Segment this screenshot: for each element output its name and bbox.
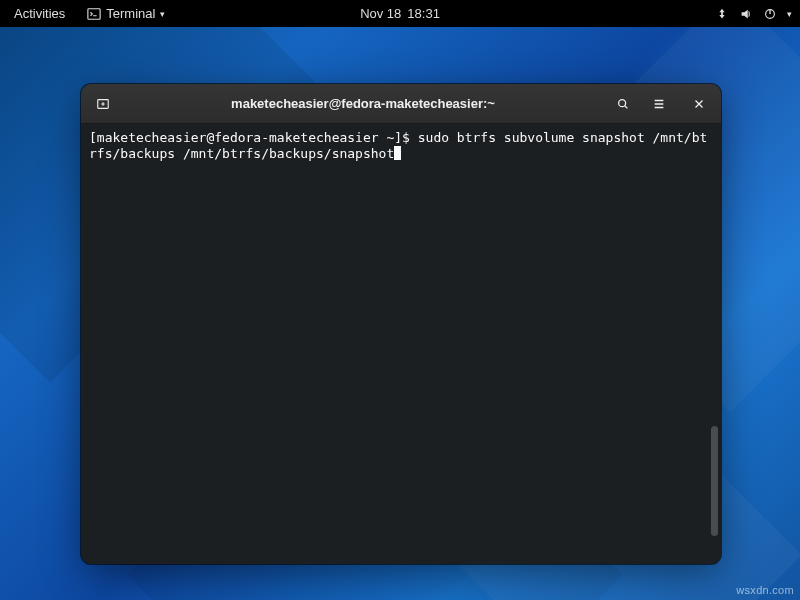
search-button[interactable] [607, 89, 639, 119]
window-titlebar[interactable]: maketecheasier@fedora-maketecheasier:~ [81, 84, 721, 124]
svg-line-5 [625, 105, 628, 108]
svg-point-4 [619, 99, 626, 106]
new-tab-button[interactable] [87, 89, 119, 119]
app-menu-button[interactable]: Terminal ▾ [81, 4, 171, 23]
system-tray[interactable]: ▾ [715, 7, 792, 21]
panel-date: Nov 18 [360, 6, 401, 21]
prompt-text: [maketecheasier@fedora-maketecheasier ~]… [89, 130, 418, 145]
window-title: maketecheasier@fedora-maketecheasier:~ [119, 96, 607, 111]
volume-icon [739, 7, 753, 21]
activities-label: Activities [14, 6, 65, 21]
gnome-top-panel: Activities Terminal ▾ Nov 18 18:31 ▾ [0, 0, 800, 27]
activities-button[interactable]: Activities [8, 4, 71, 23]
svg-rect-0 [88, 8, 100, 19]
panel-time: 18:31 [407, 6, 440, 21]
scrollbar-thumb[interactable] [711, 426, 718, 536]
terminal-body[interactable]: [maketecheasier@fedora-maketecheasier ~]… [81, 124, 721, 564]
terminal-icon [87, 7, 101, 21]
app-menu-label: Terminal [106, 6, 155, 21]
terminal-window: maketecheasier@fedora-maketecheasier:~ [… [81, 84, 721, 564]
watermark: wsxdn.com [736, 584, 794, 596]
chevron-down-icon: ▾ [160, 9, 165, 19]
network-icon [715, 7, 729, 21]
power-icon [763, 7, 777, 21]
cursor [394, 146, 401, 160]
close-button[interactable] [683, 89, 715, 119]
menu-button[interactable] [643, 89, 675, 119]
chevron-down-icon: ▾ [787, 9, 792, 19]
scrollbar[interactable] [711, 132, 718, 556]
clock-button[interactable]: Nov 18 18:31 [360, 6, 440, 21]
